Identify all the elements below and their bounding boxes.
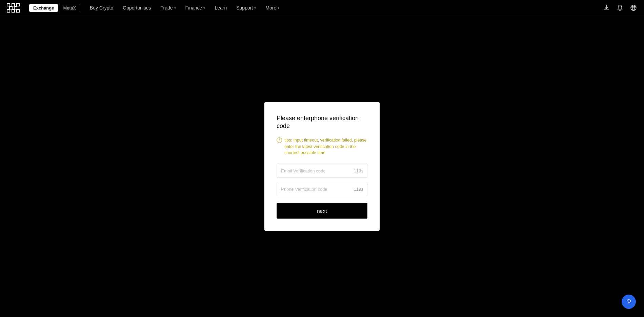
svg-rect-16: [604, 10, 609, 10]
download-icon[interactable]: [603, 4, 610, 12]
exchange-tab[interactable]: Exchange: [29, 4, 58, 12]
modal-tips-container: ! tips: Input timeout, verification fail…: [277, 137, 367, 156]
svg-rect-11: [10, 7, 12, 9]
nav-trade[interactable]: Trade ▾: [161, 5, 176, 11]
trade-chevron-icon: ▾: [174, 6, 176, 10]
navbar: Exchange MetaX Buy Crypto Opportunities …: [0, 0, 644, 16]
next-button[interactable]: next: [277, 203, 367, 219]
nav-links: Buy Crypto Opportunities Trade ▾ Finance…: [90, 5, 603, 11]
svg-rect-8: [7, 4, 9, 6]
metax-tab[interactable]: MetaX: [59, 4, 80, 12]
nav-finance[interactable]: Finance ▾: [185, 5, 205, 11]
main-area: Please enterphone verification code ! ti…: [0, 16, 644, 317]
okx-logo[interactable]: [7, 3, 23, 13]
svg-rect-14: [12, 10, 14, 12]
tips-text: tips: Input timeout, verification failed…: [284, 137, 367, 156]
svg-rect-13: [7, 10, 9, 12]
nav-more[interactable]: More ▾: [265, 5, 279, 11]
navbar-right: [603, 4, 637, 12]
phone-verification-group: 119s: [277, 182, 367, 196]
bell-icon[interactable]: [616, 4, 624, 12]
svg-point-23: [628, 304, 629, 304]
svg-rect-9: [12, 4, 14, 6]
modal-title: Please enterphone verification code: [277, 114, 367, 130]
verification-modal: Please enterphone verification code ! ti…: [264, 102, 380, 231]
support-fab-button[interactable]: [622, 295, 636, 309]
nav-tab-group: Exchange MetaX: [29, 4, 80, 12]
finance-chevron-icon: ▾: [203, 6, 205, 10]
nav-support[interactable]: Support ▾: [236, 5, 256, 11]
warning-icon: !: [277, 137, 282, 143]
nav-buy-crypto[interactable]: Buy Crypto: [90, 5, 113, 11]
svg-rect-15: [17, 10, 19, 12]
svg-rect-12: [15, 7, 17, 9]
globe-icon[interactable]: [630, 4, 637, 12]
svg-rect-10: [17, 4, 19, 6]
more-chevron-icon: ▾: [278, 6, 279, 10]
nav-learn[interactable]: Learn: [215, 5, 227, 11]
email-countdown: 119s: [354, 168, 363, 173]
email-verification-group: 119s: [277, 164, 367, 178]
nav-opportunities[interactable]: Opportunities: [123, 5, 151, 11]
support-chevron-icon: ▾: [254, 6, 256, 10]
phone-countdown: 119s: [354, 187, 363, 192]
